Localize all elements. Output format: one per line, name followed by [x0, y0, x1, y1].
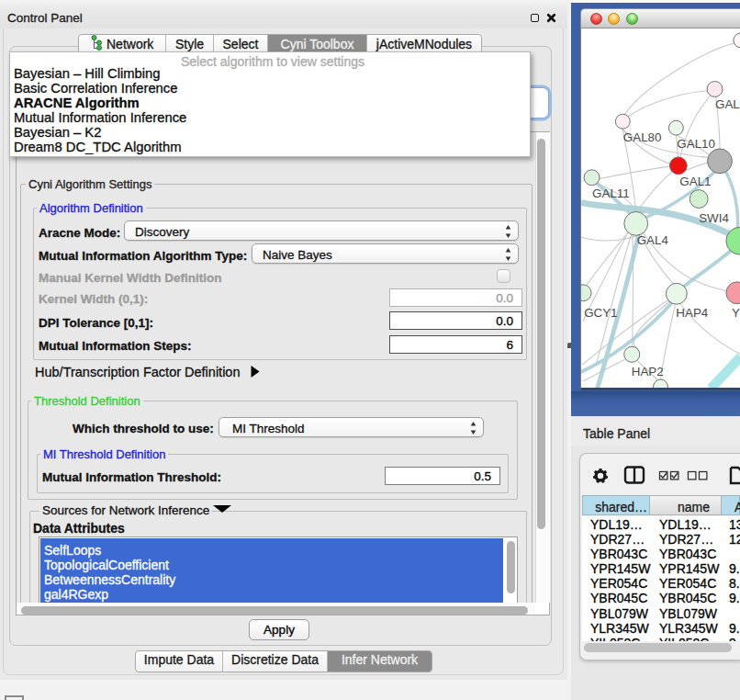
- svg-text:GAL1: GAL1: [679, 175, 711, 188]
- svg-text:SWI4: SWI4: [699, 211, 729, 225]
- svg-text:HAP4: HAP4: [676, 306, 709, 320]
- svg-text:Y: Y: [732, 306, 740, 320]
- svg-text:GAL11: GAL11: [592, 186, 630, 200]
- svg-text:GAL80: GAL80: [623, 130, 662, 144]
- svg-text:GCY1: GCY1: [584, 306, 617, 320]
- svg-text:HAP2: HAP2: [632, 365, 664, 378]
- svg-text:GAL4: GAL4: [637, 233, 669, 247]
- svg-text:GAL: GAL: [715, 97, 740, 111]
- svg-text:GAL10: GAL10: [677, 137, 715, 151]
